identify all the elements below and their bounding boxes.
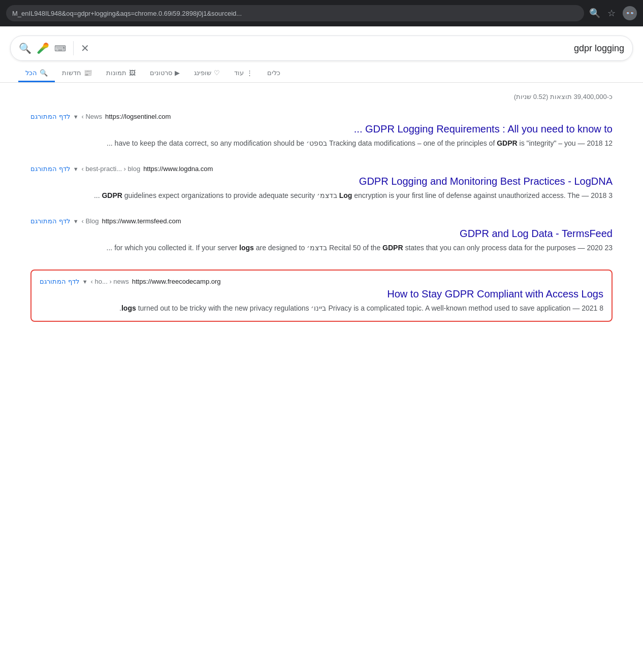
result-title[interactable]: GDPR Logging and Monitoring Best Practic… bbox=[30, 175, 613, 188]
tab-all[interactable]: 🔍 הכל bbox=[18, 65, 55, 82]
browser-icons: 🔍 ☆ 👓 bbox=[589, 6, 637, 20]
chevron-icon: ▼ bbox=[73, 166, 79, 172]
result-snippet: Log encryption is your first line of def… bbox=[30, 190, 613, 201]
all-icon: 🔍 bbox=[40, 69, 48, 77]
result-title[interactable]: GDPR and Log Data - TermsFeed bbox=[30, 227, 613, 240]
result-item-1: לדף המתורגם ▼ News › https://logsentinel… bbox=[30, 113, 613, 149]
translate-link[interactable]: לדף המתורגם bbox=[40, 278, 79, 285]
results-count: כ-39,400,000 תוצאות (0.52 שניות) bbox=[30, 93, 613, 100]
tab-news[interactable]: 📰 חדשות bbox=[55, 65, 99, 82]
tab-tools[interactable]: כלים bbox=[260, 65, 290, 82]
tab-shopping-label: שופינג bbox=[194, 69, 211, 77]
result-breadcrumb: best-practi... › blog › bbox=[82, 165, 141, 173]
result-url: https://www.freecodecamp.org bbox=[132, 278, 221, 285]
videos-icon: ▶ bbox=[175, 69, 180, 77]
result-breadcrumb: Blog › bbox=[82, 217, 99, 225]
search-area: 🔍 🎤 ⌨ ✕ gdpr logging כלים ⋮ עוד ♡ שופינג… bbox=[0, 26, 643, 83]
search-query[interactable]: gdpr logging bbox=[95, 43, 624, 54]
translate-link[interactable]: לדף המתורגם bbox=[30, 217, 70, 225]
tab-tools-label: כלים bbox=[267, 69, 280, 77]
tab-all-label: הכל bbox=[25, 69, 37, 77]
search-box-left: 🔍 🎤 ⌨ ✕ bbox=[19, 41, 89, 55]
chevron-icon: ▼ bbox=[73, 114, 79, 120]
close-icon[interactable]: ✕ bbox=[81, 42, 89, 54]
results-container: לדף המתורגם ▼ News › https://logsentinel… bbox=[30, 113, 613, 322]
shopping-icon: ♡ bbox=[214, 69, 220, 77]
tab-more-label: עוד bbox=[234, 69, 244, 77]
news-icon: 📰 bbox=[84, 69, 92, 77]
browser-bar: M_enIL948IL948&oq=gdpr+logging&aqs=chrom… bbox=[0, 0, 643, 26]
tab-news-label: חדשות bbox=[62, 69, 81, 77]
keyboard-icon[interactable]: ⌨ bbox=[54, 44, 66, 53]
result-title[interactable]: GDPR Logging Requirements : All you need… bbox=[30, 122, 613, 136]
result-meta: לדף המתורגם ▼ ho... › news › https://www… bbox=[40, 278, 603, 285]
result-url: https://logsentinel.com bbox=[105, 113, 171, 120]
result-meta: לדף המתורגם ▼ Blog › https://www.termsfe… bbox=[30, 217, 613, 225]
result-snippet: Tracking data modifications – one of the… bbox=[30, 138, 613, 149]
divider bbox=[73, 41, 74, 55]
search-icon[interactable]: 🔍 bbox=[19, 42, 31, 54]
more-icon: ⋮ bbox=[246, 69, 253, 77]
result-snippet: Recital 50 of the GDPR states that you c… bbox=[30, 242, 613, 253]
chevron-icon: ▼ bbox=[82, 279, 88, 285]
nav-tabs: כלים ⋮ עוד ♡ שופינג ▶ סרטונים 🖼 תמונות 📰… bbox=[10, 61, 633, 82]
tab-images-label: תמונות bbox=[106, 69, 126, 77]
result-item-2: לדף המתורגם ▼ best-practi... › blog › ht… bbox=[30, 165, 613, 201]
tab-more[interactable]: ⋮ עוד bbox=[227, 65, 260, 82]
translate-link[interactable]: לדף המתורגם bbox=[30, 113, 70, 120]
mic-icon[interactable]: 🎤 bbox=[37, 42, 49, 54]
tab-videos[interactable]: ▶ סרטונים bbox=[143, 65, 187, 82]
result-url: https://www.logdna.com bbox=[143, 165, 213, 173]
tab-shopping[interactable]: ♡ שופינג bbox=[187, 65, 227, 82]
result-meta: לדף המתורגם ▼ best-practi... › blog › ht… bbox=[30, 165, 613, 173]
search-box[interactable]: 🔍 🎤 ⌨ ✕ gdpr logging bbox=[10, 36, 633, 61]
chevron-icon: ▼ bbox=[73, 218, 79, 224]
result-title[interactable]: How to Stay GDPR Compliant with Access L… bbox=[40, 287, 603, 300]
search-icon[interactable]: 🔍 bbox=[589, 8, 600, 19]
result-url: https://www.termsfeed.com bbox=[102, 217, 181, 225]
result-breadcrumb: ho... › news › bbox=[91, 278, 129, 285]
avatar[interactable]: 👓 bbox=[623, 6, 637, 20]
url-bar[interactable]: M_enIL948IL948&oq=gdpr+logging&aqs=chrom… bbox=[6, 5, 584, 21]
result-breadcrumb: News › bbox=[82, 113, 102, 120]
result-item-4: לדף המתורגם ▼ ho... › news › https://www… bbox=[30, 270, 613, 322]
translate-link[interactable]: לדף המתורגם bbox=[30, 165, 70, 173]
result-item-3: לדף המתורגם ▼ Blog › https://www.termsfe… bbox=[30, 217, 613, 253]
star-icon[interactable]: ☆ bbox=[607, 8, 616, 19]
images-icon: 🖼 bbox=[129, 69, 136, 77]
result-snippet: Privacy is a complicated topic. A well-k… bbox=[40, 303, 603, 314]
result-meta: לדף המתורגם ▼ News › https://logsentinel… bbox=[30, 113, 613, 120]
main-content: כ-39,400,000 תוצאות (0.52 שניות) לדף המת… bbox=[0, 83, 643, 342]
url-text: M_enIL948IL948&oq=gdpr+logging&aqs=chrom… bbox=[12, 10, 242, 17]
tab-videos-label: סרטונים bbox=[150, 69, 172, 77]
tab-images[interactable]: 🖼 תמונות bbox=[99, 65, 143, 82]
